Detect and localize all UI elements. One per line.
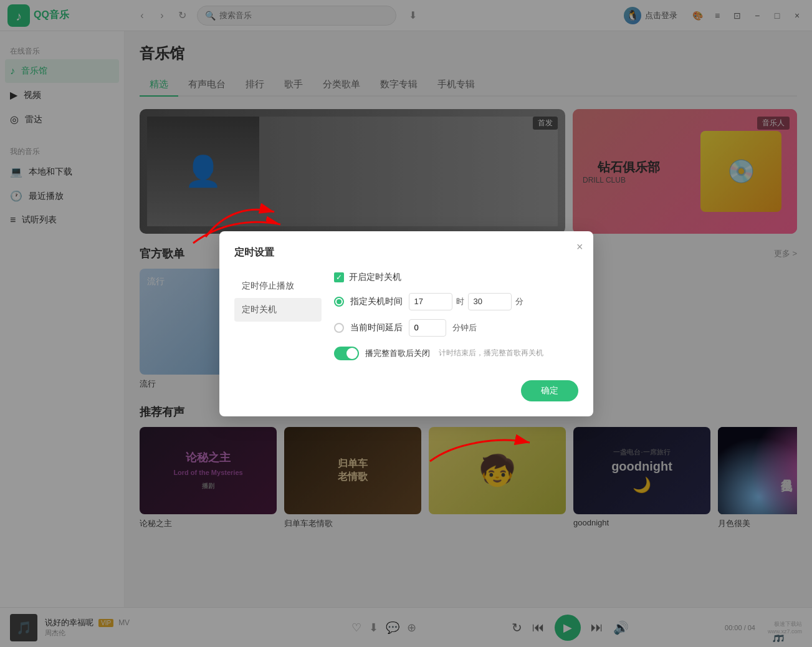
modal-right-panel: ✓ 开启定时关机 指定关机时间 17 时 30 <box>322 272 578 401</box>
radio-delay-time: 当前时间延后 分钟后 <box>334 319 578 337</box>
delay-time-label: 当前时间延后 <box>350 322 403 333</box>
radio-specific-time: 指定关机时间 17 时 30 分 <box>334 293 578 310</box>
time-picker: 17 时 30 分 <box>409 293 523 310</box>
modal-overlay: 定时设置 × 定时停止播放 定时关机 ✓ 开启定时关机 <box>0 0 812 647</box>
toggle-hint: 计时结束后，播完整首歌再关机 <box>439 348 543 358</box>
delay-input[interactable] <box>409 319 446 337</box>
modal: 定时设置 × 定时停止播放 定时关机 ✓ 开启定时关机 <box>219 231 593 416</box>
enable-checkbox[interactable]: ✓ <box>334 272 344 282</box>
delay-time-radio[interactable] <box>334 323 344 333</box>
arrow-3 <box>424 424 548 474</box>
minute-unit: 分 <box>515 296 523 307</box>
modal-close-button[interactable]: × <box>576 241 583 252</box>
specific-time-radio[interactable] <box>334 297 344 307</box>
toggle-row: 播完整首歌后关闭 计时结束后，播完整首歌再关机 <box>334 347 578 360</box>
toggle-switch[interactable] <box>334 347 359 360</box>
minute-select[interactable]: 30 <box>468 293 512 310</box>
toggle-knob <box>346 348 358 359</box>
modal-stop-play[interactable]: 定时停止播放 <box>234 274 322 298</box>
toggle-label: 播完整首歌后关闭 <box>365 348 430 359</box>
checkbox-row: ✓ 开启定时关机 <box>334 272 578 283</box>
modal-left-panel: 定时停止播放 定时关机 <box>234 272 322 401</box>
modal-title: 定时设置 <box>234 246 578 259</box>
radio-group: 指定关机时间 17 时 30 分 <box>334 293 578 337</box>
modal-shutdown[interactable]: 定时关机 <box>234 298 322 322</box>
modal-body: 定时停止播放 定时关机 ✓ 开启定时关机 指定关机时间 <box>234 272 578 401</box>
specific-time-label: 指定关机时间 <box>350 296 403 307</box>
modal-footer: 确定 <box>334 380 578 401</box>
hour-unit: 时 <box>456 296 464 307</box>
hour-select[interactable]: 17 <box>409 293 452 310</box>
checkbox-label: 开启定时关机 <box>349 272 401 283</box>
delay-unit: 分钟后 <box>452 322 477 333</box>
confirm-button[interactable]: 确定 <box>521 380 578 401</box>
